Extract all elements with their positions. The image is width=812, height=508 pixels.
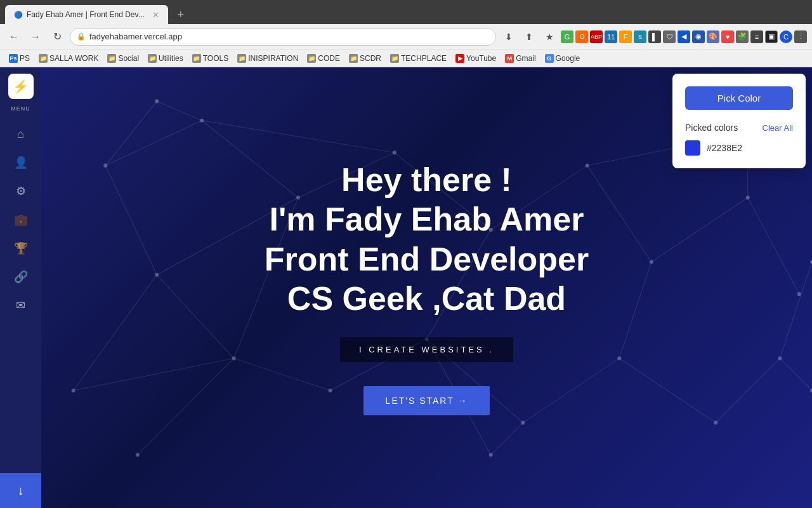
svg-line-2: [105, 166, 157, 275]
hero-line1: Hey there !: [341, 161, 512, 198]
pick-color-button[interactable]: Pick Color: [685, 86, 793, 110]
trophy-icon: 🏆: [14, 241, 28, 255]
ext-arrow-icon[interactable]: ◀: [678, 30, 690, 43]
hero-subtitle: I CREATE WEBSITES .: [340, 337, 513, 362]
svg-point-47: [714, 421, 717, 425]
hero-line3: Front End Developer: [265, 241, 589, 277]
bookmark-label: SALLA WORK: [49, 54, 98, 63]
bookmark-utilities[interactable]: 📁 Utilities: [144, 53, 187, 64]
forward-button[interactable]: →: [27, 28, 44, 46]
lock-icon: 🔒: [77, 32, 86, 41]
url-text: fadyehabamer.vercel.app: [89, 32, 182, 41]
svg-point-53: [136, 453, 140, 457]
down-arrow-icon: ↓: [18, 483, 24, 498]
ext-b11-icon[interactable]: 11: [605, 30, 617, 43]
svg-line-22: [138, 358, 234, 455]
ext-f-icon[interactable]: F: [619, 30, 632, 43]
social-icon: 📁: [107, 54, 116, 63]
sidebar-item-links[interactable]: 🔗: [8, 264, 34, 290]
ps-icon: Ps: [9, 54, 18, 63]
ext-vpn-icon[interactable]: ◉: [692, 30, 705, 43]
mail-icon: ✉: [16, 298, 25, 312]
bookmark-gmail[interactable]: M Gmail: [501, 53, 539, 64]
utilities-icon: 📁: [148, 54, 157, 63]
svg-point-35: [155, 273, 159, 277]
bookmark-label: Gmail: [516, 54, 535, 63]
svg-point-39: [650, 260, 653, 264]
bookmark-google[interactable]: G Google: [541, 53, 584, 64]
active-tab[interactable]: 🔵 Fady Ehab Amer | Front End Dev... ✕: [5, 5, 168, 24]
tab-bar: 🔵 Fady Ehab Amer | Front End Dev... ✕ +: [0, 0, 812, 24]
ext-three-dots[interactable]: ⋮: [794, 30, 807, 43]
bookmark-label: TOOLS: [203, 54, 228, 63]
ext-abp-icon[interactable]: ABP: [590, 30, 603, 43]
svg-line-30: [491, 423, 523, 455]
color-swatch-row: #2238E2: [685, 140, 793, 156]
bookmark-inispiration[interactable]: 📁 INISPIRATION: [233, 53, 302, 64]
svg-line-9: [748, 197, 799, 294]
ext-color-icon[interactable]: 🎨: [707, 30, 719, 43]
sidebar-item-settings[interactable]: ⚙: [8, 178, 34, 204]
download-button[interactable]: ⬇: [500, 28, 518, 46]
bookmark-label: CODE: [318, 54, 340, 63]
svg-line-20: [74, 275, 157, 391]
svg-point-46: [617, 356, 621, 360]
bookmark-scdr[interactable]: 📁 SCDR: [345, 53, 385, 64]
share-button[interactable]: ⬆: [520, 28, 538, 46]
bookmark-salla[interactable]: 📁 SALLA WORK: [35, 53, 102, 64]
color-hex-value: #2238E2: [707, 143, 742, 153]
back-button[interactable]: ←: [5, 28, 23, 46]
ext-menu-icon[interactable]: ≡: [750, 30, 763, 43]
address-bar[interactable]: 🔒 fadyehabamer.vercel.app: [70, 28, 496, 46]
google-icon: G: [545, 54, 554, 63]
bookmark-ps[interactable]: Ps PS: [5, 53, 34, 64]
bookmark-tools[interactable]: 📁 TOOLS: [188, 53, 232, 64]
youtube-icon: ▶: [455, 54, 464, 63]
code-icon: 📁: [307, 54, 316, 63]
color-picker-popup: Pick Color Picked colors Clear All #2238…: [672, 74, 806, 168]
scroll-down-button[interactable]: ↓: [0, 473, 41, 508]
ext-s-icon[interactable]: S: [634, 30, 646, 43]
bookmark-code[interactable]: 📁 CODE: [303, 53, 344, 64]
svg-point-36: [393, 150, 396, 154]
bookmark-techplace[interactable]: 📁 TECHPLACE: [386, 53, 450, 64]
bookmark-button[interactable]: ★: [540, 28, 558, 46]
ext-circle-blue-icon[interactable]: C: [780, 30, 792, 43]
svg-point-45: [521, 421, 525, 425]
sidebar-item-profile[interactable]: 👤: [8, 150, 34, 175]
ext-circle-icon[interactable]: ⊙: [575, 30, 588, 43]
tab-close[interactable]: ✕: [152, 10, 159, 20]
sidebar-item-contact[interactable]: ✉: [8, 293, 34, 318]
portfolio-icon: 💼: [14, 213, 28, 227]
sidebar-item-achievements[interactable]: 🏆: [8, 236, 34, 261]
svg-line-23: [202, 121, 395, 153]
ext-sidebar-icon[interactable]: ▣: [765, 30, 778, 43]
ext-bar-icon[interactable]: ▌: [648, 30, 661, 43]
svg-line-21: [74, 358, 234, 391]
ext-puzzle-icon[interactable]: 🧩: [736, 30, 749, 43]
clear-all-button[interactable]: Clear All: [763, 123, 793, 133]
bookmark-youtube[interactable]: ▶ YouTube: [452, 53, 500, 64]
browser-window: 🔵 Fady Ehab Amer | Front End Dev... ✕ + …: [0, 0, 812, 508]
svg-point-40: [746, 196, 750, 199]
ext-shield-icon[interactable]: 🛡: [663, 30, 676, 43]
bookmark-label: Social: [118, 54, 139, 63]
ext-heart-icon[interactable]: ♥: [721, 30, 734, 43]
ext-g-icon[interactable]: G: [561, 30, 573, 43]
gmail-icon: M: [505, 54, 514, 63]
links-icon: 🔗: [14, 270, 28, 284]
hero-cta-button[interactable]: LET'S START →: [363, 386, 490, 415]
bookmark-social[interactable]: 📁 Social: [103, 53, 143, 64]
sidebar-item-home[interactable]: ⌂: [8, 121, 34, 147]
svg-line-19: [619, 262, 652, 359]
reload-button[interactable]: ↻: [48, 28, 66, 46]
svg-point-41: [797, 292, 801, 296]
svg-point-32: [103, 164, 107, 168]
svg-line-25: [105, 101, 157, 165]
menu-label: MENU: [11, 105, 30, 112]
sidebar-item-portfolio[interactable]: 💼: [8, 207, 34, 232]
svg-line-0: [105, 121, 202, 166]
new-tab-button[interactable]: +: [172, 6, 190, 23]
picked-colors-header: Picked colors Clear All: [685, 123, 793, 133]
bookmark-label: Google: [556, 54, 580, 63]
